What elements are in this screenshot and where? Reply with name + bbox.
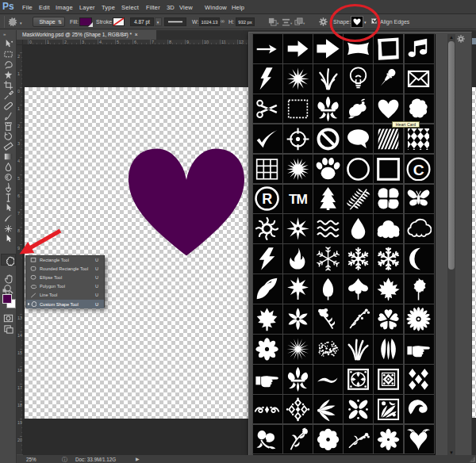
svg-text:TM: TM	[289, 192, 308, 208]
svg-text:C: C	[413, 161, 424, 178]
svg-text:R: R	[263, 192, 273, 208]
